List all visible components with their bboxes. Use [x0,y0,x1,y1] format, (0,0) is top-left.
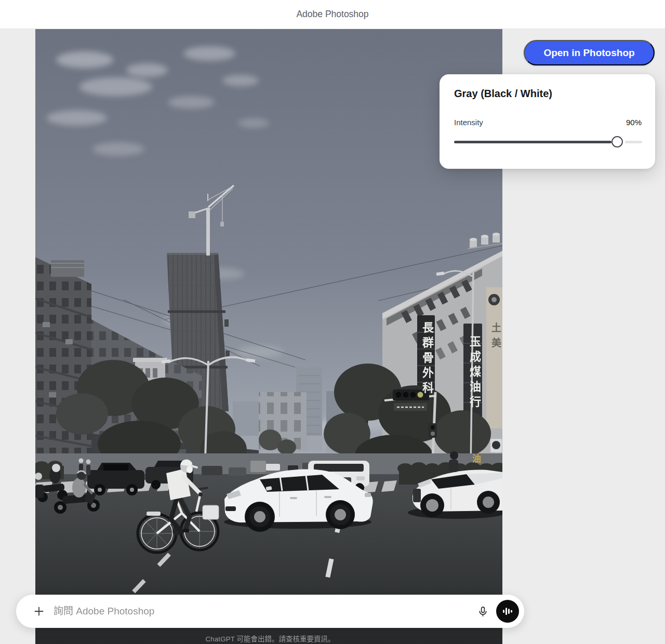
intensity-slider-thumb[interactable] [611,136,623,147]
intensity-slider-track-rest[interactable] [625,141,642,143]
sign-board-right-edge [486,287,502,428]
plus-icon [33,606,45,617]
voice-mode-button[interactable] [496,600,519,623]
app-header: Adobe Photoshop [0,0,665,29]
composer-bar [16,595,524,628]
intensity-value: 90% [626,118,642,127]
adjustment-title: Gray (Black / White) [454,88,552,100]
intensity-slider-track-filled[interactable] [454,141,611,143]
composer-input[interactable] [49,606,472,617]
adjustment-panel: Gray (Black / White) Intensity 90% [440,74,655,169]
photo-canvas[interactable] [35,29,502,644]
intensity-label: Intensity [454,118,483,127]
open-in-photoshop-button[interactable]: Open in Photoshop [524,40,655,65]
dictate-button[interactable] [472,601,493,622]
street-photo-scene [35,29,502,644]
attach-button[interactable] [29,601,49,622]
disclaimer-text: ChatGPT 可能會出錯。請查核重要資訊。 [16,633,524,643]
page-title: Adobe Photoshop [296,9,368,20]
app-root: Adobe Photoshop [0,0,665,644]
microphone-icon [477,606,489,618]
voice-waveform-icon [502,606,513,617]
